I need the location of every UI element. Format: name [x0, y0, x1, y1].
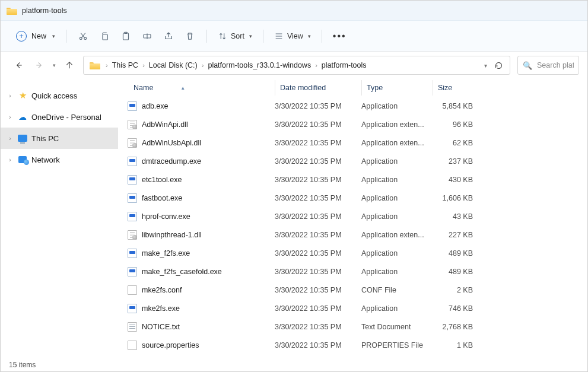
- new-button[interactable]: + New ▾: [11, 28, 60, 44]
- more-button[interactable]: •••: [328, 28, 351, 44]
- sort-icon: [218, 31, 227, 41]
- search-input[interactable]: [537, 61, 574, 69]
- file-row[interactable]: AdbWinUsbApi.dll3/30/2022 10:35 PMApplic…: [118, 133, 587, 152]
- file-type: Application: [361, 212, 433, 221]
- paste-button[interactable]: [115, 27, 136, 46]
- chevron-down-icon: ▾: [249, 33, 252, 39]
- breadcrumb-item[interactable]: platform-tools_r33.0.1-windows: [204, 59, 314, 72]
- file-row[interactable]: fastboot.exe3/30/2022 10:35 PMApplicatio…: [118, 189, 587, 207]
- file-name: mke2fs.exe: [142, 304, 180, 313]
- column-label: Size: [438, 84, 452, 92]
- file-row[interactable]: adb.exe3/30/2022 10:35 PMApplication5,85…: [118, 97, 587, 115]
- file-row[interactable]: etc1tool.exe3/30/2022 10:35 PMApplicatio…: [118, 170, 587, 189]
- nav-label: OneDrive - Personal: [31, 113, 101, 122]
- file-type: Application: [361, 249, 433, 257]
- nav-quick-access[interactable]: › ★ Quick access: [1, 85, 118, 106]
- file-name: AdbWinUsbApi.dll: [142, 139, 201, 147]
- file-type: Application: [361, 157, 433, 166]
- file-icon: [128, 267, 137, 276]
- address-bar[interactable]: › This PC › Local Disk (C:) › platform-t…: [83, 56, 510, 75]
- file-icon: [128, 285, 137, 295]
- column-type[interactable]: Type: [361, 80, 433, 96]
- file-name: libwinpthread-1.dll: [142, 231, 202, 239]
- file-size: 2 KB: [433, 286, 480, 294]
- nav-this-pc[interactable]: › This PC: [1, 128, 118, 149]
- file-name: source.properties: [142, 341, 199, 349]
- forward-button[interactable]: [33, 59, 46, 72]
- file-date: 3/30/2022 10:35 PM: [275, 341, 361, 349]
- title-bar[interactable]: platform-tools: [1, 1, 587, 21]
- file-size: 5,854 KB: [433, 102, 480, 110]
- view-label: View: [287, 32, 303, 40]
- breadcrumb-item[interactable]: platform-tools: [318, 59, 370, 72]
- file-size: 227 KB: [433, 231, 480, 239]
- file-icon: [128, 175, 137, 185]
- file-row[interactable]: mke2fs.conf3/30/2022 10:35 PMCONF File2 …: [118, 281, 587, 299]
- breadcrumb-item[interactable]: This PC: [109, 59, 142, 72]
- nav-onedrive[interactable]: › ☁ OneDrive - Personal: [1, 106, 118, 128]
- file-date: 3/30/2022 10:35 PM: [275, 323, 361, 331]
- file-row[interactable]: make_f2fs.exe3/30/2022 10:35 PMApplicati…: [118, 244, 587, 262]
- star-icon: ★: [17, 90, 28, 101]
- file-icon: [128, 230, 137, 240]
- recent-locations-button[interactable]: ▾: [53, 62, 56, 68]
- delete-button[interactable]: [179, 27, 201, 46]
- file-row[interactable]: source.properties3/30/2022 10:35 PMPROPE…: [118, 336, 587, 354]
- file-size: 96 KB: [433, 120, 480, 129]
- up-button[interactable]: [63, 59, 76, 72]
- folder-icon: [90, 61, 100, 69]
- share-button[interactable]: [158, 27, 179, 46]
- cut-button[interactable]: [72, 27, 94, 46]
- file-row[interactable]: mke2fs.exe3/30/2022 10:35 PMApplication7…: [118, 299, 587, 317]
- file-row[interactable]: NOTICE.txt3/30/2022 10:35 PMText Documen…: [118, 317, 587, 336]
- file-type: Application: [361, 194, 433, 202]
- explorer-window: platform-tools + New ▾ Sort: [0, 0, 588, 372]
- file-pane: Name ▲ Date modified Type Size adb.exe3/…: [118, 79, 587, 358]
- file-size: 2,768 KB: [433, 323, 480, 331]
- column-name[interactable]: Name ▲: [128, 80, 275, 96]
- file-list[interactable]: adb.exe3/30/2022 10:35 PMApplication5,85…: [118, 97, 587, 358]
- file-row[interactable]: hprof-conv.exe3/30/2022 10:35 PMApplicat…: [118, 207, 587, 225]
- file-name: fastboot.exe: [142, 194, 182, 202]
- file-type: Application: [361, 102, 433, 110]
- breadcrumb-item[interactable]: Local Disk (C:): [145, 59, 201, 72]
- file-name: dmtracedump.exe: [142, 157, 201, 166]
- file-type: Text Document: [361, 323, 433, 331]
- file-type: CONF File: [361, 286, 433, 294]
- status-item-count: 15 items: [9, 361, 36, 369]
- file-name: hprof-conv.exe: [142, 212, 190, 221]
- view-button[interactable]: View ▾: [269, 29, 316, 43]
- file-icon: [128, 304, 137, 313]
- file-name: adb.exe: [142, 102, 168, 110]
- share-icon: [163, 31, 174, 42]
- column-label: Name: [134, 84, 153, 92]
- rename-icon: [142, 31, 152, 42]
- search-box[interactable]: 🔍: [517, 56, 579, 75]
- file-date: 3/30/2022 10:35 PM: [275, 102, 361, 110]
- column-size[interactable]: Size: [433, 80, 480, 96]
- rename-button[interactable]: [136, 27, 158, 46]
- refresh-button[interactable]: [493, 60, 504, 71]
- copy-button[interactable]: [94, 27, 115, 46]
- file-size: 746 KB: [433, 304, 480, 313]
- column-date[interactable]: Date modified: [275, 80, 361, 96]
- file-row[interactable]: AdbWinApi.dll3/30/2022 10:35 PMApplicati…: [118, 115, 587, 133]
- cloud-icon: ☁: [17, 112, 28, 122]
- file-size: 43 KB: [433, 212, 480, 221]
- body: › ★ Quick access › ☁ OneDrive - Personal…: [1, 79, 587, 358]
- file-row[interactable]: dmtracedump.exe3/30/2022 10:35 PMApplica…: [118, 152, 587, 170]
- file-date: 3/30/2022 10:35 PM: [275, 120, 361, 129]
- file-date: 3/30/2022 10:35 PM: [275, 194, 361, 202]
- file-row[interactable]: make_f2fs_casefold.exe3/30/2022 10:35 PM…: [118, 262, 587, 281]
- file-date: 3/30/2022 10:35 PM: [275, 212, 361, 221]
- file-name: etc1tool.exe: [142, 176, 182, 184]
- file-row[interactable]: libwinpthread-1.dll3/30/2022 10:35 PMApp…: [118, 225, 587, 244]
- file-icon: [128, 157, 137, 166]
- folder-icon: [7, 7, 17, 15]
- separator: [66, 30, 66, 43]
- chevron-right-icon: ›: [7, 114, 14, 120]
- back-button[interactable]: [12, 59, 26, 72]
- address-dropdown[interactable]: ▾: [484, 62, 487, 69]
- nav-network[interactable]: › Network: [1, 149, 118, 170]
- sort-button[interactable]: Sort ▾: [213, 29, 257, 43]
